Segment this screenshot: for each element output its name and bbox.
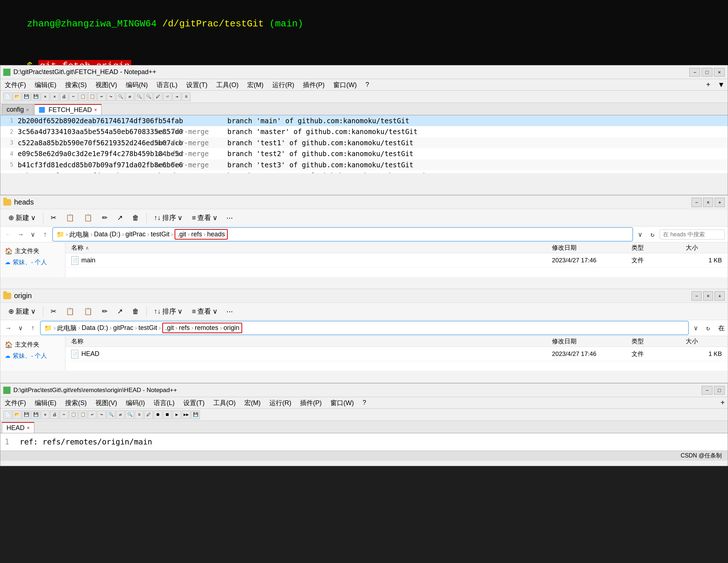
menu-tools[interactable]: 工具(O): [215, 81, 240, 89]
bottom-menu-macro[interactable]: 宏(M): [243, 399, 262, 407]
btb-find[interactable]: 🔍: [107, 411, 115, 419]
origin-rename-btn[interactable]: ✏: [98, 306, 111, 317]
menu-encode[interactable]: 编码(N): [124, 81, 149, 89]
heads-refresh-btn[interactable]: ↻: [647, 229, 658, 240]
origin-close-btn[interactable]: ×: [703, 291, 713, 301]
tb-redo[interactable]: ↪: [107, 93, 115, 101]
heads-back-btn[interactable]: ←: [3, 229, 13, 240]
btb-copy[interactable]: 📋: [69, 411, 78, 419]
menu-search[interactable]: 搜索(S): [64, 81, 88, 89]
sidebar-home-origin[interactable]: 🏠 主文件夹: [3, 339, 62, 350]
notepad-add-btn[interactable]: +: [706, 81, 711, 89]
tab-config[interactable]: config ×: [2, 104, 34, 115]
heads-add-tab-btn[interactable]: +: [715, 198, 725, 207]
tb-close[interactable]: ✕: [41, 93, 50, 101]
btb-undo[interactable]: ↩: [88, 411, 97, 419]
sidebar-cloud-heads[interactable]: ☁ 紫妹、- 个人: [3, 257, 62, 268]
tb-closeall[interactable]: ✕: [50, 93, 59, 101]
tab-head-bottom[interactable]: HEAD ×: [2, 422, 34, 433]
tb-indent[interactable]: ⇥: [172, 93, 181, 101]
menu-run[interactable]: 运行(R): [271, 81, 296, 89]
minimize-button[interactable]: −: [689, 68, 700, 77]
menu-macro[interactable]: 宏(M): [246, 81, 265, 89]
tb-new[interactable]: 📄: [3, 93, 12, 101]
bottom-menu-tools[interactable]: 工具(O): [212, 399, 237, 407]
heads-delete-btn[interactable]: 🗑: [129, 212, 143, 223]
tb-zoom-in[interactable]: 🔍: [135, 93, 144, 101]
heads-search-input[interactable]: [660, 229, 725, 240]
tb-cut[interactable]: ✂: [69, 93, 78, 101]
btb-new[interactable]: 📄: [3, 411, 12, 419]
menu-view[interactable]: 视图(V): [94, 81, 119, 89]
btb-replace[interactable]: ⇄: [116, 411, 125, 419]
bottom-menu-search[interactable]: 搜索(S): [64, 399, 88, 407]
bottom-menu-help[interactable]: ?: [361, 399, 368, 407]
bottom-add-btn[interactable]: +: [720, 399, 725, 407]
bottom-maximize-btn[interactable]: □: [714, 386, 725, 395]
origin-breadcrumb[interactable]: 📁 › 此电脑 › Data (D:) › gitPrac › testGit …: [40, 321, 689, 335]
origin-copy-btn[interactable]: 📋: [62, 306, 78, 317]
bottom-menu-run[interactable]: 运行(R): [268, 399, 293, 407]
btb-save-macro[interactable]: 💾: [191, 411, 200, 419]
btb-saveall[interactable]: 💾: [31, 411, 40, 419]
heads-minimize-btn[interactable]: −: [691, 198, 702, 207]
btb-stop[interactable]: ⏹: [163, 411, 172, 419]
btb-close[interactable]: ✕: [41, 411, 50, 419]
tb-zoom-out[interactable]: 🔍: [144, 93, 153, 101]
heads-dropdown-btn[interactable]: ∨: [635, 229, 645, 240]
origin-forward-btn[interactable]: →: [3, 323, 13, 333]
btb-print[interactable]: 🖨: [50, 411, 59, 419]
btb-zoom-in[interactable]: 🔍: [125, 411, 134, 419]
tb-open[interactable]: 📂: [13, 93, 21, 101]
heads-close-btn[interactable]: ×: [703, 198, 713, 207]
origin-paste-btn[interactable]: 📋: [80, 306, 96, 317]
tb-copy[interactable]: 📋: [78, 93, 87, 101]
origin-share-btn[interactable]: ↗: [114, 306, 127, 317]
origin-up-btn[interactable]: ↑: [28, 323, 38, 333]
sidebar-cloud-origin[interactable]: ☁ 紫妹、- 个人: [3, 350, 62, 361]
heads-view-btn[interactable]: ≡ 查看 ∨: [188, 212, 221, 224]
origin-dropdown-btn[interactable]: ∨: [691, 323, 701, 333]
bottom-menu-view[interactable]: 视图(V): [94, 399, 119, 407]
origin-file-row-head[interactable]: 📄 HEAD 2023/4/27 17:46 文件 1 KB: [65, 347, 728, 361]
menu-settings[interactable]: 设置(T): [185, 81, 209, 89]
tb-wordwrap[interactable]: ⏎: [163, 93, 172, 101]
heads-cut-btn[interactable]: ✂: [47, 212, 60, 223]
heads-share-btn[interactable]: ↗: [114, 212, 127, 223]
heads-sort-btn[interactable]: ↑↓ 排序 ∨: [150, 212, 186, 224]
origin-refresh-btn[interactable]: ↻: [703, 323, 713, 333]
origin-view-btn[interactable]: ≡ 查看 ∨: [188, 305, 221, 318]
btb-paste[interactable]: 📋: [78, 411, 87, 419]
tb-undo[interactable]: ↩: [97, 93, 106, 101]
btb-highlight[interactable]: 🖊: [144, 411, 153, 419]
heads-more-btn[interactable]: ···: [223, 212, 236, 224]
origin-down-btn[interactable]: ∨: [16, 323, 26, 333]
origin-delete-btn[interactable]: 🗑: [129, 306, 143, 317]
tb-find[interactable]: 🔍: [116, 93, 125, 101]
btb-format[interactable]: ≡: [135, 411, 144, 419]
origin-minimize-btn[interactable]: −: [691, 291, 702, 301]
menu-plugins[interactable]: 插件(P): [301, 81, 326, 89]
heads-forward-btn[interactable]: →: [16, 229, 26, 240]
btb-save[interactable]: 💾: [22, 411, 31, 419]
bottom-menu-encode[interactable]: 编码(I): [124, 399, 146, 407]
tb-format[interactable]: ≡: [182, 93, 190, 101]
origin-new-btn[interactable]: ⊕ 新建 ∨: [5, 305, 39, 318]
heads-copy-btn[interactable]: 📋: [62, 212, 78, 223]
heads-up-btn[interactable]: ↑: [40, 229, 50, 240]
menu-file[interactable]: 文件(F): [3, 81, 27, 89]
tab-head-bottom-close[interactable]: ×: [27, 425, 30, 431]
sidebar-home-heads[interactable]: 🏠 主文件夹: [3, 245, 62, 257]
heads-paste-btn[interactable]: 📋: [80, 212, 96, 223]
bottom-menu-window[interactable]: 窗口(W): [329, 399, 355, 407]
origin-sort-btn[interactable]: ↑↓ 排序 ∨: [150, 305, 186, 318]
tab-fetch-head[interactable]: FETCH_HEAD ×: [34, 104, 102, 115]
close-button[interactable]: ×: [714, 68, 725, 77]
heads-rename-btn[interactable]: ✏: [98, 212, 111, 223]
tb-highlight[interactable]: 🖊: [154, 93, 162, 101]
btb-cut[interactable]: ✂: [60, 411, 68, 419]
tb-print[interactable]: 🖨: [60, 93, 68, 101]
heads-down-btn[interactable]: ∨: [28, 229, 38, 240]
bottom-menu-file[interactable]: 文件(F): [3, 399, 27, 407]
bottom-menu-edit[interactable]: 编辑(E): [33, 399, 58, 407]
